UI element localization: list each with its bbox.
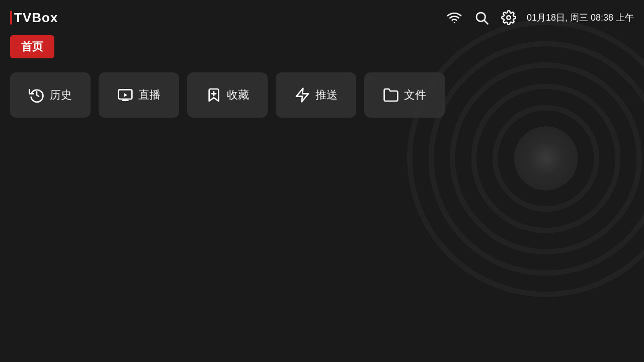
- logo-text: TVBox: [14, 10, 58, 26]
- card-history[interactable]: 历史: [10, 72, 91, 118]
- live-icon: [117, 87, 133, 103]
- vinyl-center: [516, 128, 576, 189]
- files-icon: [383, 87, 399, 103]
- card-live[interactable]: 直播: [99, 72, 179, 118]
- svg-marker-7: [296, 88, 308, 102]
- svg-point-0: [454, 22, 455, 24]
- svg-line-2: [485, 21, 488, 24]
- favorites-icon: [206, 87, 222, 103]
- card-files-label: 文件: [404, 87, 426, 103]
- push-icon: [294, 87, 310, 103]
- settings-icon[interactable]: [500, 9, 518, 27]
- menu-cards: 历史 直播 收藏 推送: [0, 72, 644, 118]
- search-icon[interactable]: [472, 9, 491, 27]
- logo-bar: [10, 11, 12, 25]
- card-files[interactable]: 文件: [364, 72, 445, 118]
- card-favorites-label: 收藏: [227, 87, 249, 103]
- nav-tabs: 首页: [0, 35, 644, 58]
- wifi-icon[interactable]: [445, 9, 463, 27]
- card-push[interactable]: 推送: [276, 72, 356, 118]
- card-live-label: 直播: [138, 87, 160, 103]
- header-right: 01月18日, 周三 08:38 上午: [445, 9, 634, 27]
- svg-point-3: [507, 16, 511, 20]
- logo: TVBox: [10, 10, 58, 26]
- tab-home[interactable]: 首页: [10, 35, 54, 58]
- svg-marker-5: [124, 93, 127, 97]
- history-icon: [29, 87, 45, 103]
- card-history-label: 历史: [50, 87, 72, 103]
- datetime: 01月18日, 周三 08:38 上午: [527, 12, 634, 24]
- card-push-label: 推送: [315, 87, 338, 103]
- card-favorites[interactable]: 收藏: [187, 72, 268, 118]
- header: TVBox 01月18日, 周三 08:38 上午: [0, 0, 644, 35]
